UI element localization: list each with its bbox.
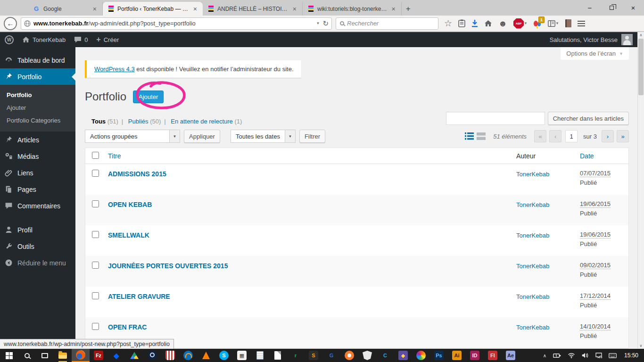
row-checkbox[interactable] [92,323,99,330]
taskbar-app-icon[interactable] [72,349,90,362]
apply-button[interactable]: Appliquer [184,130,220,143]
sidebar-item-pages[interactable]: Pages [0,181,75,197]
panel-caret-icon[interactable]: ▼ [555,21,559,25]
abp-caret-icon[interactable]: ▼ [524,21,528,25]
taskbar-app-icon[interactable]: C [376,349,394,362]
minimize-button[interactable]: − [579,0,601,16]
filter-link[interactable]: Publiés (50) [128,118,161,125]
sidebar-item-articles[interactable]: Articles [0,132,75,148]
home-icon[interactable] [484,20,492,27]
select-all-checkbox[interactable] [92,152,99,159]
filter-link[interactable]: Tous (51) [91,118,118,125]
tab-close-icon[interactable]: × [92,5,98,13]
taskbar-app-icon[interactable]: Ai [448,349,466,362]
post-title-link[interactable]: ADMISSIONS 2015 [108,170,166,178]
screen-options-tab[interactable]: Options de l’écran ▼ [561,47,629,60]
taskbar-clock[interactable]: 15:50 [623,352,639,359]
add-new-button[interactable]: Ajouter [133,90,164,103]
last-page-button[interactable]: » [617,130,629,142]
taskbar-app-icon[interactable]: S [215,349,233,362]
submenu-portfolio[interactable]: Portfolio [0,89,75,101]
taskbar-app-icon[interactable] [18,349,36,362]
taskbar-app-icon[interactable]: ID [466,349,484,362]
battery-icon[interactable] [553,353,561,358]
post-title-link[interactable]: OPEN FRAC [108,323,147,331]
search-posts-button[interactable]: Chercher dans les articles [548,112,629,125]
sidebar-item-liens[interactable]: Liens [0,165,75,181]
urlbar-dropdown-icon[interactable]: ▼ [316,21,320,25]
post-author-link[interactable]: TonerKebab [516,232,549,239]
taskbar-app-icon[interactable] [251,349,269,362]
sidebar-item-medias[interactable]: Médias [0,148,75,165]
submenu-portfolio-categories[interactable]: Portfolio Categories [0,114,75,127]
post-title-link[interactable]: ATELIER GRAVURE [108,293,170,300]
browser-tab[interactable]: G Google × [27,2,103,16]
post-title-link[interactable]: OPEN KEBAB [108,201,152,208]
sidebar-item-outils[interactable]: Outils [0,238,75,255]
taskbar-app-icon[interactable] [358,349,376,362]
browser-tab[interactable]: Portfolio ‹ TonerKebab — Wor… × [103,2,203,16]
reload-icon[interactable]: ↻ [322,19,329,28]
row-checkbox[interactable] [92,231,99,238]
tab-close-icon[interactable]: × [292,5,297,13]
feedback-smiley-icon[interactable]: ☻ [498,19,507,28]
taskbar-app-icon[interactable] [412,349,430,362]
tab-close-icon[interactable]: × [192,5,198,13]
next-page-button[interactable]: › [602,130,614,142]
taskbar-app-icon[interactable] [161,349,179,362]
post-title-link[interactable]: SMELLWALK [108,231,149,239]
new-content-menu[interactable]: + Créer [96,36,119,43]
new-tab-button[interactable]: + [402,2,415,16]
post-author-link[interactable]: TonerKebab [516,171,549,178]
post-author-link[interactable]: TonerKebab [516,293,549,300]
sort-by-title[interactable]: Titre [108,152,121,160]
action-center-icon[interactable] [595,353,602,358]
wifi-icon[interactable] [568,353,575,358]
taskbar-app-icon[interactable]: ◆ [107,349,125,362]
library-icon[interactable] [458,19,465,27]
site-name-link[interactable]: TonerKebab [22,36,66,43]
sidebar-item-profil[interactable]: Profil [0,222,75,238]
taskbar-app-icon[interactable] [269,349,287,362]
scroll-up-icon[interactable]: ∧ [640,33,643,37]
row-checkbox[interactable] [92,200,99,207]
browser-search-box[interactable] [336,17,438,30]
menu-hamburger-icon[interactable] [578,21,585,26]
bulk-actions-select[interactable]: Actions groupées ▼ [85,130,180,143]
taskbar-app-icon[interactable]: Ae [502,349,520,362]
adblock-plus-icon[interactable]: ABP▼ [513,18,528,29]
taskbar-app-icon[interactable] [197,349,215,362]
taskbar-app-icon[interactable]: r [287,349,305,362]
addon-balloons-icon[interactable]: 1 [534,21,542,26]
taskbar-app-icon[interactable] [340,349,358,362]
taskbar-app-icon[interactable] [125,349,143,362]
tray-chevron-up-icon[interactable]: ∧ [543,353,546,358]
taskbar-app-icon[interactable]: Ps [430,349,448,362]
wp-logo-menu[interactable]: W [5,35,14,44]
search-input[interactable] [347,20,418,27]
browser-tab[interactable]: wiki:tutoriels:blog-tonerke… × [303,2,402,16]
posts-search-input[interactable] [446,112,545,125]
taskbar-app-icon[interactable]: S [305,349,322,362]
taskbar-app-icon[interactable]: Fz [90,349,107,362]
post-author-link[interactable]: TonerKebab [516,263,549,270]
sidebar-collapse-menu[interactable]: Réduire le menu [0,255,75,271]
downloads-icon[interactable] [471,20,478,27]
taskbar-app-icon[interactable] [143,349,161,362]
post-title-link[interactable]: JOURNÉES PORTES OUVERTES 2015 [108,262,228,270]
sort-by-date[interactable]: Date [580,152,594,160]
taskbar-app-icon[interactable] [0,349,18,362]
sidebar-item-dashboard[interactable]: Tableau de bord [0,52,75,68]
scrollbar-thumb[interactable] [638,39,644,95]
taskbar-app-icon[interactable]: Fl [484,349,502,362]
row-checkbox[interactable] [92,292,99,299]
taskbar-app-icon[interactable]: ▦ [233,349,251,362]
restore-button[interactable] [601,0,622,16]
volume-icon[interactable] [582,353,589,358]
bookmark-star-icon[interactable]: ☆ [444,19,452,28]
taskbar-app-icon[interactable] [36,349,54,362]
back-button[interactable]: ← [4,17,17,30]
taskbar-app-icon[interactable]: ◆ [394,349,412,362]
dates-filter-select[interactable]: Toutes les dates ▼ [231,130,296,143]
user-greeting[interactable]: Salutations, Victor Besse [550,36,618,43]
